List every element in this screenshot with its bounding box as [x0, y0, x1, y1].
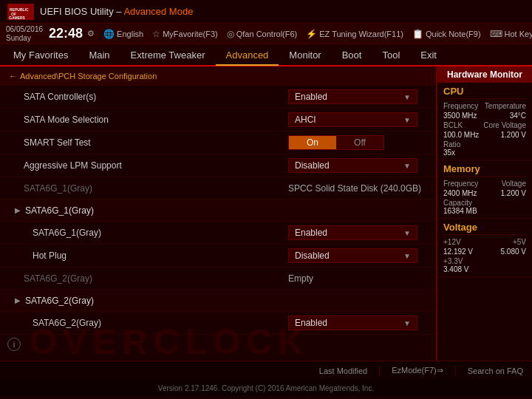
star-icon: ☆	[152, 29, 160, 39]
chevron-down-icon: ▼	[403, 162, 411, 170]
hw-voltage-section: Voltage +12V +5V 12.192 V 5.080 V +3.3V …	[437, 219, 532, 277]
chevron-down-icon: ▼	[403, 252, 411, 260]
hw-cpu-ratio-label: Ratio	[443, 140, 526, 149]
nav-bar: My Favorites Main Extreme Tweaker Advanc…	[0, 44, 532, 66]
config-row-sata-mode: SATA Mode Selection AHCI ▼	[0, 109, 436, 132]
nav-boot[interactable]: Boot	[332, 44, 372, 65]
breadcrumb: ← Advanced\PCH Storage Configuration	[0, 66, 436, 86]
fan-icon: ◎	[227, 29, 234, 39]
nav-exit[interactable]: Exit	[410, 44, 447, 65]
sata6g1-info-value: SPCC Solid State Disk (240.0GB)	[288, 183, 421, 194]
hw-cpu-bclk-val-row: 100.0 MHz 1.200 V	[443, 131, 526, 139]
hw-memory-title: Memory	[443, 163, 526, 177]
app-title: UEFI BIOS Utility – Advanced Mode	[40, 6, 193, 17]
config-row-sata6g1-info: SATA6G_1(Gray) SPCC Solid State Disk (24…	[0, 177, 436, 200]
hot-plug-label: Hot Plug	[33, 250, 288, 261]
config-row-sata6g1-enabled: SATA6G_1(Gray) Enabled ▼	[0, 222, 436, 245]
sata-mode-label: SATA Mode Selection	[24, 115, 288, 125]
ez-mode-button[interactable]: EzMode(F7)⇒	[392, 366, 443, 375]
hw-voltage-title: Voltage	[443, 222, 526, 235]
sata-mode-dropdown[interactable]: AHCI ▼	[288, 112, 421, 127]
nav-main[interactable]: Main	[78, 44, 120, 65]
version-text: Version 2.17.1246. Copyright (C) 2016 Am…	[158, 384, 374, 392]
hw-cpu-freq-val-row: 3500 MHz 34°C	[443, 112, 526, 120]
hw-mem-cap-label: Capacity	[443, 199, 526, 207]
toggle-on-button[interactable]: On	[289, 136, 336, 149]
sata6g2-info-value: Empty	[288, 273, 421, 284]
separator	[455, 366, 456, 376]
nav-tool[interactable]: Tool	[372, 44, 410, 65]
hw-cpu-bclk-label: BCLK	[443, 121, 463, 129]
info-button[interactable]: i	[7, 338, 21, 351]
hot-plug-dropdown[interactable]: Disabled ▼	[288, 248, 421, 263]
hw-mem-freq-val-row: 2400 MHz 1.200 V	[443, 189, 526, 197]
toolbar: 06/05/2016 Sunday 22:48 ⚙ 🌐 English ☆ My…	[0, 24, 532, 44]
date-display: 06/05/2016 Sunday	[6, 25, 43, 43]
language-selector[interactable]: 🌐 English	[103, 29, 143, 39]
chevron-down-icon: ▼	[403, 116, 411, 124]
hw-mem-freq-label: Frequency	[443, 180, 478, 188]
config-row-smart: SMART Self Test On Off	[0, 132, 436, 154]
config-row-sata-controller: SATA Controller(s) Enabled ▼	[0, 86, 436, 109]
hw-cpu-temp-label: Temperature	[485, 102, 526, 110]
chevron-down-icon: ▼	[403, 319, 411, 327]
hw-cpu-freq-label: Frequency	[443, 102, 478, 110]
hw-volt-5-value: 5.080 V	[501, 248, 526, 256]
svg-text:GAMERS: GAMERS	[9, 16, 26, 20]
config-row-sata6g2-section[interactable]: ▶ SATA6G_2(Gray)	[0, 290, 436, 312]
hot-keys-button[interactable]: ⌨ Hot Keys	[490, 29, 532, 39]
sata6g2-info-label: SATA6G_2(Gray)	[24, 273, 288, 284]
config-row-hot-plug: Hot Plug Disabled ▼	[0, 245, 436, 267]
top-bar: REPUBLIC OF GAMERS UEFI BIOS Utility – A…	[0, 0, 532, 24]
qfan-button[interactable]: ◎ Qfan Control(F6)	[227, 29, 298, 39]
globe-icon: 🌐	[103, 29, 115, 39]
quick-note-button[interactable]: 📋 Quick Note(F9)	[412, 29, 481, 39]
time-display: 22:48	[49, 26, 83, 41]
hw-volt-12-row: +12V +5V	[443, 238, 526, 246]
hw-volt-12-value: 12.192 V	[443, 248, 473, 256]
ez-tuning-button[interactable]: ⚡ EZ Tuning Wizard(F11)	[306, 29, 403, 39]
last-modified-button[interactable]: Last Modified	[319, 366, 367, 375]
hw-volt-12-label: +12V	[443, 238, 461, 246]
hw-volt-33-label: +3.3V	[443, 257, 526, 265]
sata6g2-enabled-label: SATA6G_2(Gray)	[33, 318, 288, 328]
hw-mem-volt-value: 1.200 V	[501, 189, 526, 197]
chevron-down-icon: ▼	[403, 93, 411, 101]
separator	[379, 366, 380, 376]
hw-cpu-freq-row: Frequency Temperature	[443, 102, 526, 110]
expand-arrow-icon: ▶	[15, 296, 21, 304]
config-row-aggressive-lpm: Aggressive LPM Support Disabled ▼	[0, 154, 436, 177]
sata6g1-info-label: SATA6G_1(Gray)	[24, 183, 288, 194]
chevron-down-icon: ▼	[403, 229, 411, 237]
hw-mem-freq-value: 2400 MHz	[443, 189, 477, 197]
settings-icon[interactable]: ⚙	[87, 29, 95, 38]
sata6g2-enabled-dropdown[interactable]: Enabled ▼	[288, 316, 421, 330]
config-row-sata6g2-enabled: SATA6G_2(Gray) Enabled ▼	[0, 312, 436, 335]
search-faq-button[interactable]: Search on FAQ	[468, 366, 523, 375]
hardware-monitor-title: Hardware Monitor	[437, 66, 532, 83]
nav-monitor[interactable]: Monitor	[279, 44, 331, 65]
smart-toggle[interactable]: On Off	[288, 135, 421, 150]
sata6g1-enabled-dropdown[interactable]: Enabled ▼	[288, 225, 421, 240]
config-row-sata6g1-section[interactable]: ▶ SATA6G_1(Gray)	[0, 200, 436, 222]
nav-extreme-tweaker[interactable]: Extreme Tweaker	[120, 44, 216, 65]
back-arrow-icon[interactable]: ←	[9, 72, 17, 81]
main-area: ← Advanced\PCH Storage Configuration SAT…	[0, 66, 532, 361]
hw-cpu-corevolt-label: Core Voltage	[483, 121, 526, 129]
aggressive-lpm-label: Aggressive LPM Support	[24, 160, 288, 171]
hw-cpu-corevolt-value: 1.200 V	[501, 131, 526, 139]
keyboard-icon: ⌨	[490, 29, 502, 39]
status-bar: Version 2.17.1246. Copyright (C) 2016 Am…	[0, 380, 532, 396]
hw-cpu-freq-value: 3500 MHz	[443, 112, 477, 120]
nav-advanced[interactable]: Advanced	[216, 45, 279, 66]
toggle-off-button[interactable]: Off	[336, 136, 383, 149]
sata-controller-dropdown[interactable]: Enabled ▼	[288, 89, 421, 104]
smart-label: SMART Self Test	[24, 137, 288, 148]
myfavorite-button[interactable]: ☆ MyFavorite(F3)	[152, 29, 218, 39]
bottom-bar: Last Modified EzMode(F7)⇒ Search on FAQ	[0, 361, 532, 380]
nav-my-favorites[interactable]: My Favorites	[3, 44, 78, 65]
hw-volt-33-value: 3.408 V	[443, 265, 526, 273]
aggressive-lpm-dropdown[interactable]: Disabled ▼	[288, 158, 421, 173]
config-row-sata6g2-info: SATA6G_2(Gray) Empty	[0, 267, 436, 290]
hw-cpu-ratio-value: 35x	[443, 149, 526, 157]
